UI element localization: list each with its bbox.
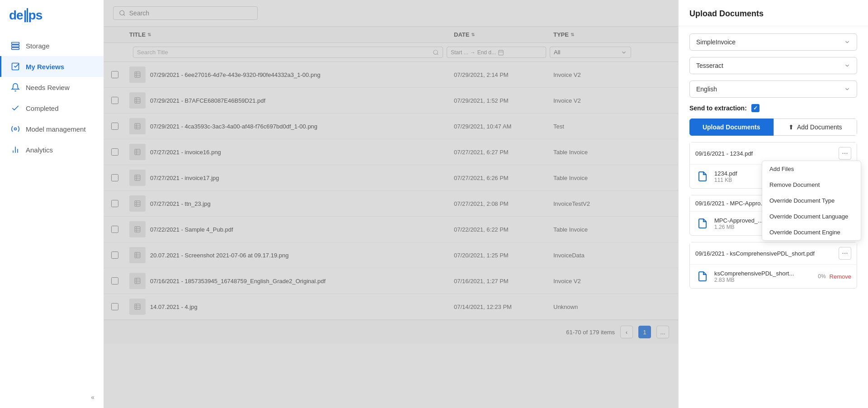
- language-dropdown[interactable]: English: [689, 81, 857, 98]
- title-filter[interactable]: Search Title: [133, 47, 443, 58]
- sidebar-item-completed[interactable]: Completed: [0, 98, 104, 119]
- table-row[interactable]: 07/27/2021 - invoice17.jpg 07/27/2021, 6…: [104, 165, 678, 191]
- row-date-3: 07/27/2021, 6:27 PM: [454, 149, 553, 156]
- sort-date-icon: ⇅: [471, 32, 475, 37]
- svg-line-11: [437, 53, 439, 55]
- row-title-cell-0: 07/29/2021 - 6ee27016-4d7e-443e-9320-f90…: [129, 66, 454, 83]
- svg-rect-2: [12, 47, 19, 49]
- main-header: [104, 0, 678, 27]
- prev-page-button[interactable]: ‹: [620, 326, 633, 338]
- send-checkbox[interactable]: ✓: [751, 104, 760, 112]
- file-name-3: ksComprehensivePDL_short...: [714, 270, 813, 277]
- ocr-dropdown[interactable]: Tesseract: [689, 57, 857, 74]
- row-checkbox-1[interactable]: [111, 97, 129, 104]
- sidebar-item-my-reviews[interactable]: My Reviews: [0, 56, 104, 77]
- row-type-5: InvoiceTestV2: [553, 200, 635, 207]
- row-type-6: Table Invoice: [553, 226, 635, 233]
- send-label: Send to extraction:: [689, 104, 747, 112]
- search-filter-icon: [433, 49, 439, 56]
- menu-add-files[interactable]: Add Files: [762, 161, 861, 177]
- sidebar-item-label-storage: Storage: [26, 42, 50, 50]
- title-filter-text: Search Title: [137, 49, 430, 56]
- row-checkbox-8[interactable]: [111, 277, 129, 285]
- search-bar[interactable]: [113, 6, 258, 20]
- row-checkbox-5[interactable]: [111, 200, 129, 207]
- search-input[interactable]: [129, 9, 252, 17]
- table-row[interactable]: 07/29/2021 - 6ee27016-4d7e-443e-9320-f90…: [104, 62, 678, 88]
- row-title-cell-2: 07/29/2021 - 4ca3593c-3ac3-4a00-af48-f76…: [129, 118, 454, 134]
- tab-add-documents[interactable]: ⬆ Add Documents: [774, 119, 858, 136]
- sidebar-item-label-analytics: Analytics: [26, 146, 53, 154]
- row-checkbox-4[interactable]: [111, 174, 129, 181]
- engine-dropdown-value: SimpleInvoice: [696, 38, 736, 46]
- row-type-2: Test: [553, 123, 635, 130]
- date-filter[interactable]: Start ... → End d...: [447, 47, 546, 58]
- row-thumbnail-6: [129, 221, 146, 237]
- svg-rect-44: [135, 252, 140, 258]
- sidebar-item-label-needs-review: Needs Review: [26, 84, 70, 91]
- row-title-1: 07/29/2021 - B7AFCE68087E46B59D21.pdf: [150, 97, 265, 104]
- menu-override-engine[interactable]: Override Document Engine: [762, 224, 861, 240]
- search-icon: [119, 9, 126, 17]
- doc-menu-button-3[interactable]: ···: [839, 247, 851, 260]
- row-date-1: 07/29/2021, 1:52 PM: [454, 97, 553, 104]
- row-checkbox-0[interactable]: [111, 71, 129, 78]
- svg-rect-48: [135, 278, 140, 284]
- row-type-1: Invoice V2: [553, 97, 635, 104]
- row-checkbox-7[interactable]: [111, 251, 129, 259]
- table-row[interactable]: 07/16/2021 - 1857353945_16748759_English…: [104, 268, 678, 294]
- doc-name-3: 09/16/2021 - ksComprehensivePDL_short.pd…: [695, 250, 815, 257]
- sort-title-icon: ⇅: [147, 32, 151, 37]
- sidebar-item-storage[interactable]: Storage: [0, 35, 104, 56]
- type-filter[interactable]: All: [550, 47, 631, 58]
- menu-override-type[interactable]: Override Document Type: [762, 193, 861, 209]
- current-page-button[interactable]: 1: [638, 326, 651, 338]
- table-row[interactable]: 20.07.2021 - Screenshot 2021-07-06 at 09…: [104, 242, 678, 268]
- doc-menu-button-1[interactable]: ···: [839, 147, 851, 160]
- row-title-0: 07/29/2021 - 6ee27016-4d7e-443e-9320-f90…: [150, 71, 321, 78]
- row-date-8: 07/16/2021, 1:27 PM: [454, 278, 553, 285]
- row-checkbox-9[interactable]: [111, 303, 129, 310]
- table-row[interactable]: 07/27/2021 - invoice16.png 07/27/2021, 6…: [104, 139, 678, 165]
- svg-rect-28: [135, 149, 140, 155]
- row-checkbox-6[interactable]: [111, 226, 129, 233]
- row-checkbox-2[interactable]: [111, 123, 129, 130]
- row-thumbnail-0: [129, 66, 146, 83]
- pagination-range: 61-70 of 179 items: [566, 329, 615, 336]
- table-row[interactable]: 14.07.2021 - 4.jpg 07/14/2021, 12:23 PM …: [104, 294, 678, 320]
- sidebar-item-model-management[interactable]: Model management: [0, 119, 104, 139]
- row-date-7: 07/20/2021, 1:25 PM: [454, 252, 553, 259]
- sidebar-collapse-button[interactable]: «: [0, 386, 104, 408]
- table-row[interactable]: 07/29/2021 - 4ca3593c-3ac3-4a00-af48-f76…: [104, 114, 678, 139]
- sidebar-item-needs-review[interactable]: Needs Review: [0, 77, 104, 98]
- svg-line-9: [123, 14, 125, 16]
- doc-header-1: 09/16/2021 - 1234.pdf ··· Add Files Remo…: [690, 142, 857, 165]
- more-pages-button[interactable]: ...: [656, 326, 669, 338]
- menu-override-language[interactable]: Override Document Language: [762, 209, 861, 224]
- table-row[interactable]: 07/29/2021 - B7AFCE68087E46B59D21.pdf 07…: [104, 88, 678, 114]
- table-row[interactable]: 07/22/2021 - Sample 4_Pub.pdf 07/22/2021…: [104, 217, 678, 242]
- panel-title: Upload Documents: [679, 0, 868, 26]
- row-thumbnail-9: [129, 299, 146, 315]
- sidebar-item-label-completed: Completed: [26, 104, 59, 112]
- table-header: TITLE ⇅ DATE ⇅ TYPE ⇅: [104, 27, 678, 43]
- doc-name-2: 09/16/2021 - MPC-Appro...: [695, 200, 765, 207]
- language-dropdown-value: English: [696, 85, 717, 93]
- file-icon-2: [695, 216, 710, 231]
- row-thumbnail-8: [129, 273, 146, 289]
- file-icon-1: [695, 169, 710, 184]
- table-row[interactable]: 07/27/2021 - ttn_23.jpg 07/27/2021, 2:08…: [104, 191, 678, 217]
- sidebar-item-analytics[interactable]: Analytics: [0, 139, 104, 160]
- row-checkbox-3[interactable]: [111, 148, 129, 156]
- analytics-icon: [10, 145, 20, 155]
- tab-upload-documents[interactable]: Upload Documents: [689, 119, 774, 136]
- row-title-cell-1: 07/29/2021 - B7AFCE68087E46B59D21.pdf: [129, 92, 454, 109]
- context-menu-1: Add Files Remove Document Override Docum…: [762, 161, 861, 241]
- ocr-dropdown-value: Tesseract: [696, 62, 723, 69]
- engine-dropdown[interactable]: SimpleInvoice: [689, 33, 857, 51]
- row-date-9: 07/14/2021, 12:23 PM: [454, 304, 553, 310]
- logo: de|ps: [0, 0, 104, 31]
- remove-button-3[interactable]: Remove: [830, 273, 851, 280]
- menu-remove-document[interactable]: Remove Document: [762, 177, 861, 193]
- row-type-0: Invoice V2: [553, 71, 635, 78]
